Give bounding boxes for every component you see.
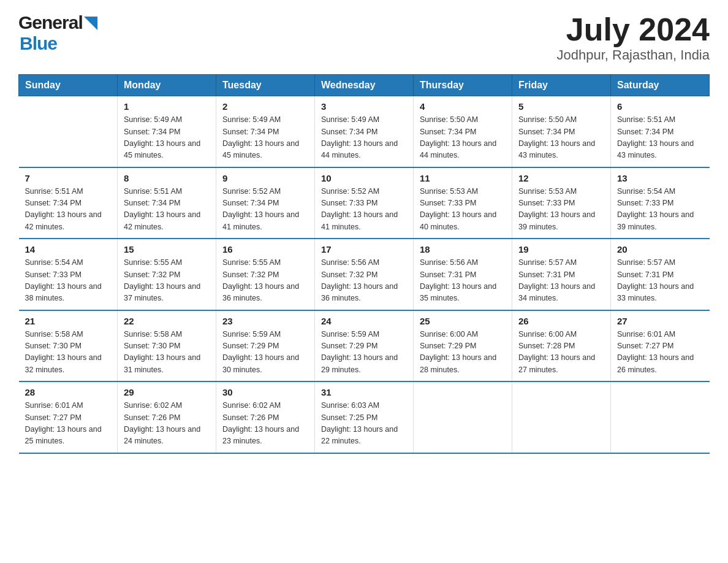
table-row: 4Sunrise: 5:50 AMSunset: 7:34 PMDaylight… <box>414 96 512 167</box>
day-number: 15 <box>124 244 210 255</box>
sun-info: Sunrise: 5:51 AMSunset: 7:34 PMDaylight:… <box>617 114 703 162</box>
svg-marker-0 <box>84 17 97 30</box>
table-row: 26Sunrise: 6:00 AMSunset: 7:28 PMDayligh… <box>512 310 611 382</box>
day-number: 23 <box>222 316 308 326</box>
sun-info: Sunrise: 5:49 AMSunset: 7:34 PMDaylight:… <box>222 114 308 162</box>
logo-triangle-icon <box>84 17 97 30</box>
table-row: 12Sunrise: 5:53 AMSunset: 7:33 PMDayligh… <box>512 167 611 239</box>
table-row: 24Sunrise: 5:59 AMSunset: 7:29 PMDayligh… <box>315 310 414 382</box>
day-number: 7 <box>25 173 112 183</box>
table-row: 13Sunrise: 5:54 AMSunset: 7:33 PMDayligh… <box>611 167 710 239</box>
day-number: 20 <box>617 244 703 255</box>
table-row: 14Sunrise: 5:54 AMSunset: 7:33 PMDayligh… <box>19 239 118 310</box>
sun-info: Sunrise: 6:01 AMSunset: 7:27 PMDaylight:… <box>25 400 112 448</box>
title-block: July 2024 Jodhpur, Rajasthan, India <box>556 12 710 63</box>
calendar-week-row: 21Sunrise: 5:58 AMSunset: 7:30 PMDayligh… <box>19 310 710 382</box>
table-row: 27Sunrise: 6:01 AMSunset: 7:27 PMDayligh… <box>611 310 710 382</box>
table-row: 1Sunrise: 5:49 AMSunset: 7:34 PMDaylight… <box>118 96 216 167</box>
col-saturday: Saturday <box>611 75 710 96</box>
day-number: 13 <box>617 173 703 183</box>
sun-info: Sunrise: 5:50 AMSunset: 7:34 PMDaylight:… <box>420 114 506 162</box>
table-row <box>512 381 611 453</box>
table-row: 3Sunrise: 5:49 AMSunset: 7:34 PMDaylight… <box>315 96 414 167</box>
month-title: July 2024 <box>556 12 710 47</box>
table-row: 31Sunrise: 6:03 AMSunset: 7:25 PMDayligh… <box>315 381 414 453</box>
table-row: 25Sunrise: 6:00 AMSunset: 7:29 PMDayligh… <box>414 310 512 382</box>
day-number: 11 <box>420 173 506 183</box>
logo-blue: Blue <box>20 33 57 53</box>
day-number: 19 <box>518 244 604 255</box>
day-number: 18 <box>420 244 506 255</box>
sun-info: Sunrise: 6:01 AMSunset: 7:27 PMDaylight:… <box>617 329 703 377</box>
day-number: 21 <box>25 316 112 326</box>
page-header: General Blue July 2024 Jodhpur, Rajastha… <box>18 12 710 63</box>
table-row: 6Sunrise: 5:51 AMSunset: 7:34 PMDaylight… <box>611 96 710 167</box>
day-number: 28 <box>25 387 112 397</box>
sun-info: Sunrise: 5:55 AMSunset: 7:32 PMDaylight:… <box>124 257 210 305</box>
sun-info: Sunrise: 5:51 AMSunset: 7:34 PMDaylight:… <box>124 186 210 234</box>
col-sunday: Sunday <box>19 75 118 96</box>
table-row <box>19 96 118 167</box>
logo: General Blue <box>18 12 97 54</box>
day-number: 26 <box>518 316 604 326</box>
logo-general: General <box>18 12 83 33</box>
table-row: 22Sunrise: 5:58 AMSunset: 7:30 PMDayligh… <box>118 310 216 382</box>
calendar-week-row: 1Sunrise: 5:49 AMSunset: 7:34 PMDaylight… <box>19 96 710 167</box>
table-row: 9Sunrise: 5:52 AMSunset: 7:34 PMDaylight… <box>216 167 315 239</box>
table-row: 19Sunrise: 5:57 AMSunset: 7:31 PMDayligh… <box>512 239 611 310</box>
sun-info: Sunrise: 5:56 AMSunset: 7:31 PMDaylight:… <box>420 257 506 305</box>
day-number: 24 <box>321 316 407 326</box>
day-number: 12 <box>518 173 604 183</box>
table-row: 21Sunrise: 5:58 AMSunset: 7:30 PMDayligh… <box>19 310 118 382</box>
calendar-header-row: Sunday Monday Tuesday Wednesday Thursday… <box>19 75 710 96</box>
table-row: 15Sunrise: 5:55 AMSunset: 7:32 PMDayligh… <box>118 239 216 310</box>
col-wednesday: Wednesday <box>315 75 414 96</box>
sun-info: Sunrise: 5:54 AMSunset: 7:33 PMDaylight:… <box>25 257 112 305</box>
table-row: 18Sunrise: 5:56 AMSunset: 7:31 PMDayligh… <box>414 239 512 310</box>
sun-info: Sunrise: 5:52 AMSunset: 7:34 PMDaylight:… <box>222 186 308 234</box>
sun-info: Sunrise: 5:52 AMSunset: 7:33 PMDaylight:… <box>321 186 407 234</box>
sun-info: Sunrise: 6:02 AMSunset: 7:26 PMDaylight:… <box>222 400 308 448</box>
sun-info: Sunrise: 6:00 AMSunset: 7:29 PMDaylight:… <box>420 329 506 377</box>
sun-info: Sunrise: 5:54 AMSunset: 7:33 PMDaylight:… <box>617 186 703 234</box>
sun-info: Sunrise: 5:57 AMSunset: 7:31 PMDaylight:… <box>617 257 703 305</box>
sun-info: Sunrise: 5:58 AMSunset: 7:30 PMDaylight:… <box>124 329 210 377</box>
calendar-week-row: 14Sunrise: 5:54 AMSunset: 7:33 PMDayligh… <box>19 239 710 310</box>
day-number: 27 <box>617 316 703 326</box>
sun-info: Sunrise: 6:00 AMSunset: 7:28 PMDaylight:… <box>518 329 604 377</box>
day-number: 25 <box>420 316 506 326</box>
sun-info: Sunrise: 5:53 AMSunset: 7:33 PMDaylight:… <box>420 186 506 234</box>
table-row: 5Sunrise: 5:50 AMSunset: 7:34 PMDaylight… <box>512 96 611 167</box>
calendar-table: Sunday Monday Tuesday Wednesday Thursday… <box>18 74 710 454</box>
calendar-week-row: 7Sunrise: 5:51 AMSunset: 7:34 PMDaylight… <box>19 167 710 239</box>
day-number: 6 <box>617 101 703 112</box>
table-row: 11Sunrise: 5:53 AMSunset: 7:33 PMDayligh… <box>414 167 512 239</box>
table-row: 2Sunrise: 5:49 AMSunset: 7:34 PMDaylight… <box>216 96 315 167</box>
day-number: 14 <box>25 244 112 255</box>
sun-info: Sunrise: 5:59 AMSunset: 7:29 PMDaylight:… <box>222 329 308 377</box>
day-number: 22 <box>124 316 210 326</box>
col-monday: Monday <box>118 75 216 96</box>
table-row <box>611 381 710 453</box>
calendar-week-row: 28Sunrise: 6:01 AMSunset: 7:27 PMDayligh… <box>19 381 710 453</box>
table-row: 17Sunrise: 5:56 AMSunset: 7:32 PMDayligh… <box>315 239 414 310</box>
col-friday: Friday <box>512 75 611 96</box>
table-row: 8Sunrise: 5:51 AMSunset: 7:34 PMDaylight… <box>118 167 216 239</box>
day-number: 31 <box>321 387 407 397</box>
sun-info: Sunrise: 5:49 AMSunset: 7:34 PMDaylight:… <box>124 114 210 162</box>
day-number: 2 <box>222 101 308 112</box>
sun-info: Sunrise: 5:53 AMSunset: 7:33 PMDaylight:… <box>518 186 604 234</box>
day-number: 29 <box>124 387 210 397</box>
table-row: 16Sunrise: 5:55 AMSunset: 7:32 PMDayligh… <box>216 239 315 310</box>
table-row: 23Sunrise: 5:59 AMSunset: 7:29 PMDayligh… <box>216 310 315 382</box>
day-number: 30 <box>222 387 308 397</box>
table-row: 28Sunrise: 6:01 AMSunset: 7:27 PMDayligh… <box>19 381 118 453</box>
table-row: 7Sunrise: 5:51 AMSunset: 7:34 PMDaylight… <box>19 167 118 239</box>
day-number: 3 <box>321 101 407 112</box>
day-number: 17 <box>321 244 407 255</box>
day-number: 8 <box>124 173 210 183</box>
sun-info: Sunrise: 5:49 AMSunset: 7:34 PMDaylight:… <box>321 114 407 162</box>
day-number: 16 <box>222 244 308 255</box>
day-number: 10 <box>321 173 407 183</box>
table-row: 10Sunrise: 5:52 AMSunset: 7:33 PMDayligh… <box>315 167 414 239</box>
